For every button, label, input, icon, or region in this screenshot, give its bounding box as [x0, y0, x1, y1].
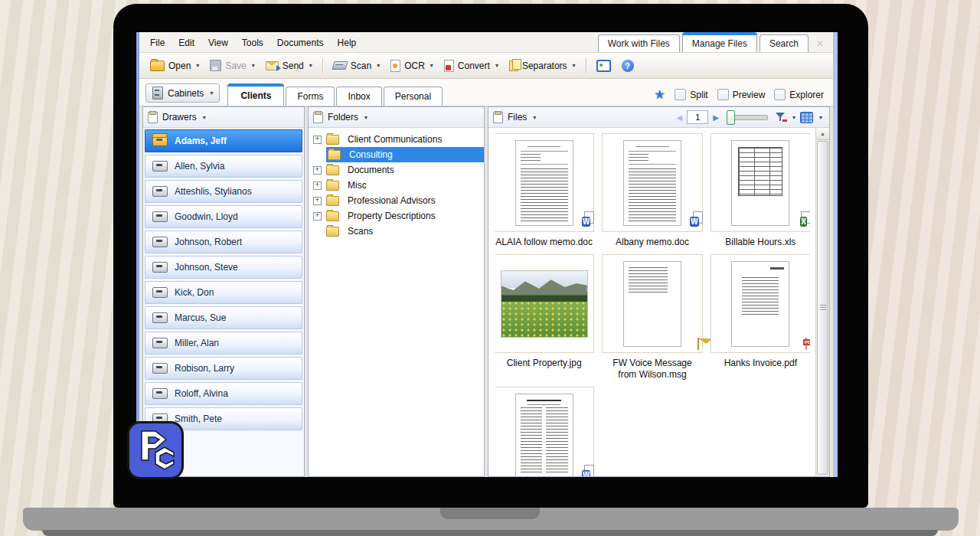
tab-work-with-files[interactable]: Work with Files: [598, 34, 680, 52]
file-thumbnail[interactable]: [602, 254, 702, 353]
expand-icon[interactable]: +: [313, 181, 322, 190]
drawer-item[interactable]: Robison, Larry: [145, 357, 302, 380]
drawer-item[interactable]: Johnson, Robert: [145, 230, 302, 253]
slider-knob[interactable]: [727, 110, 735, 125]
expand-icon[interactable]: +: [313, 136, 322, 144]
drawers-header[interactable]: Drawers ▾: [143, 107, 304, 128]
file-item[interactable]: W Albany memo.doc: [603, 133, 701, 248]
split-toggle[interactable]: Split: [675, 89, 707, 100]
vertical-scrollbar[interactable]: ▲: [815, 128, 829, 476]
file-thumbnail[interactable]: X: [710, 133, 810, 232]
file-item[interactable]: FW Voice Message from Wilson.msg: [603, 254, 701, 381]
folder-item[interactable]: Scans: [313, 224, 484, 239]
floppy-icon: [210, 60, 221, 71]
scrollbar-thumb[interactable]: [817, 141, 828, 475]
chevron-down-icon[interactable]: ▾: [196, 62, 199, 69]
drawer-item[interactable]: Goodwin, Lloyd: [145, 205, 302, 228]
prev-page-icon[interactable]: ◀: [677, 113, 683, 122]
menu-edit[interactable]: Edit: [178, 38, 194, 48]
drawer-item[interactable]: Adams, Jeff: [145, 129, 302, 152]
folder-item-selected[interactable]: Consulting: [313, 147, 484, 162]
expand-icon[interactable]: +: [313, 197, 322, 205]
chevron-down-icon[interactable]: ▾: [309, 62, 312, 69]
close-icon[interactable]: ✕: [816, 38, 824, 49]
drawer-item[interactable]: Kick, Don: [145, 281, 302, 304]
file-thumbnail[interactable]: W: [602, 133, 702, 232]
chevron-down-icon[interactable]: ▾: [495, 62, 498, 69]
file-thumbnail[interactable]: [495, 254, 594, 353]
file-item[interactable]: PDF Hanks Invoice.pdf: [711, 254, 810, 381]
drawer-item[interactable]: Johnson, Steve: [145, 256, 302, 279]
menu-view[interactable]: View: [208, 38, 228, 48]
folder-item[interactable]: + Professional Advisors: [313, 193, 484, 208]
drawer-item[interactable]: Miller, Alan: [145, 332, 302, 355]
folders-header[interactable]: Folders ▾: [309, 107, 484, 128]
expand-icon[interactable]: +: [313, 212, 322, 221]
scan-button[interactable]: Scan ▾: [328, 58, 384, 74]
tab-manage-files[interactable]: Manage Files: [682, 34, 757, 52]
folder-item[interactable]: + Misc: [313, 178, 484, 193]
drawer-item[interactable]: Roloff, Alvina: [145, 382, 302, 405]
preview-toggle[interactable]: Preview: [717, 89, 766, 100]
help-button[interactable]: ?: [617, 57, 639, 74]
file-name: Billable Hours.xls: [725, 237, 795, 248]
menu-tools[interactable]: Tools: [242, 38, 263, 48]
chevron-down-icon[interactable]: ▾: [430, 62, 433, 69]
main-toolbar: Open ▾ Save ▾ Send ▾ Scan ▾: [139, 53, 833, 79]
menu-documents[interactable]: Documents: [277, 38, 324, 48]
file-item[interactable]: W ALAIA follow memo.doc: [495, 133, 593, 248]
drawer-item[interactable]: Atteshlis, Stylianos: [145, 180, 302, 203]
explorer-toggle[interactable]: Explorer: [774, 89, 824, 100]
drawer-icon: [152, 211, 168, 222]
cabinet-tab-inbox[interactable]: Inbox: [336, 87, 381, 106]
file-thumbnail[interactable]: W: [495, 133, 594, 232]
checkbox-icon[interactable]: [774, 89, 786, 100]
tab-search[interactable]: Search: [760, 34, 808, 52]
file-item[interactable]: W: [495, 387, 593, 476]
chevron-down-icon[interactable]: ▾: [819, 114, 822, 121]
cabinet-tab-clients[interactable]: Clients: [227, 85, 284, 106]
file-item[interactable]: Client Property.jpg: [495, 254, 593, 381]
ocr-button[interactable]: OCR ▾: [386, 57, 438, 74]
chevron-down-icon[interactable]: ▾: [377, 62, 380, 69]
folder-icon: [326, 181, 339, 191]
menu-help[interactable]: Help: [338, 38, 357, 48]
cabinet-tab-personal[interactable]: Personal: [384, 87, 443, 106]
chevron-down-icon[interactable]: ▾: [573, 62, 576, 69]
file-thumbnail[interactable]: W: [495, 387, 594, 476]
pdf-file-icon: PDF: [805, 338, 807, 349]
separators-button[interactable]: Separators ▾: [505, 58, 580, 74]
drawer-item[interactable]: Marcus, Sue: [145, 306, 302, 329]
file-thumbnail[interactable]: PDF: [710, 254, 810, 353]
open-button[interactable]: Open ▾: [145, 58, 204, 74]
folder-item[interactable]: + Property Descriptions: [313, 208, 484, 224]
checkbox-icon[interactable]: [675, 89, 686, 100]
chevron-down-icon[interactable]: ▾: [792, 114, 795, 121]
thumbnail-size-slider[interactable]: [727, 115, 768, 120]
chevron-down-icon[interactable]: ▾: [210, 90, 213, 96]
files-header[interactable]: Files ▾ ◀ ▶ ▾ ▾: [488, 107, 829, 128]
scroll-up-icon[interactable]: ▲: [816, 128, 829, 140]
folder-item[interactable]: + Documents: [313, 162, 484, 178]
menu-file[interactable]: File: [150, 38, 165, 48]
drawer-item[interactable]: Allen, Sylvia: [145, 155, 302, 178]
drawer-icon: [152, 161, 168, 172]
thumbnail-view-icon[interactable]: [800, 112, 813, 123]
chevron-down-icon[interactable]: ▾: [203, 114, 206, 121]
convert-button[interactable]: Convert ▾: [439, 57, 503, 74]
cabinet-tab-forms[interactable]: Forms: [286, 87, 335, 106]
file-item[interactable]: X Billable Hours.xls: [711, 133, 810, 248]
expand-icon[interactable]: +: [313, 166, 322, 175]
filter-icon[interactable]: [776, 112, 786, 123]
chevron-down-icon[interactable]: ▾: [364, 114, 368, 121]
cabinets-button[interactable]: Cabinets ▾: [145, 83, 220, 103]
laptop-screen-bezel: File Edit View Tools Documents Help Work…: [113, 4, 868, 508]
folder-item[interactable]: + Client Communications: [313, 132, 484, 147]
chevron-down-icon[interactable]: ▾: [533, 114, 536, 121]
next-page-icon[interactable]: ▶: [713, 113, 719, 122]
page-number-input[interactable]: [687, 110, 708, 124]
checkbox-icon[interactable]: [717, 89, 729, 100]
send-button[interactable]: Send ▾: [261, 58, 317, 74]
favorite-star-icon[interactable]: ★: [654, 90, 665, 100]
options-button[interactable]: [592, 57, 616, 74]
